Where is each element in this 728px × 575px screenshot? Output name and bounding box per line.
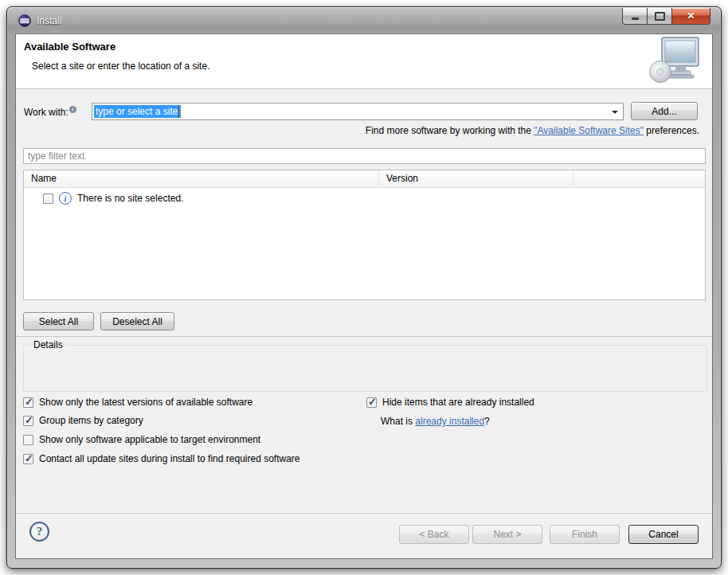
screenshot-root: Install ✕ Available Software Select a si… <box>0 0 728 575</box>
wizard-banner: Available Software Select a site or ente… <box>16 34 712 89</box>
minimize-icon <box>632 18 639 20</box>
install-software-icon <box>648 36 703 85</box>
option-group-by-category[interactable]: Group items by category <box>23 415 143 426</box>
page-title: Available Software <box>24 41 115 53</box>
back-button: < Back <box>399 525 469 544</box>
details-legend: Details <box>30 339 66 350</box>
option-contact-update-sites[interactable]: Contact all update sites during install … <box>23 453 300 464</box>
what-is-installed-text: What is already installed? <box>381 416 490 427</box>
table-row[interactable]: i There is no site selected. <box>24 188 705 205</box>
close-button[interactable]: ✕ <box>671 8 710 25</box>
available-software-sites-link[interactable]: "Available Software Sites" <box>534 125 644 136</box>
close-icon: ✕ <box>687 10 695 22</box>
dialog-body: Available Software Select a site or ente… <box>15 33 713 559</box>
install-dialog-window: Install ✕ Available Software Select a si… <box>6 6 722 569</box>
eclipse-logo-icon <box>18 14 31 27</box>
option-target-environment[interactable]: Show only software applicable to target … <box>23 434 260 445</box>
find-more-text: Find more software by working with the "… <box>366 125 699 136</box>
minimize-button[interactable] <box>622 8 648 25</box>
column-header-name[interactable]: Name <box>24 170 379 187</box>
details-group: Details <box>23 345 707 392</box>
finish-button: Finish <box>550 525 620 544</box>
add-button[interactable]: Add... <box>631 102 698 120</box>
column-header-filler <box>573 170 705 187</box>
checkbox[interactable] <box>366 397 377 408</box>
work-with-label: Work with:i <box>24 107 76 118</box>
combo-selected-text: type or select a site <box>94 105 181 118</box>
titlebar[interactable]: Install ✕ <box>7 7 721 33</box>
section-divider <box>16 336 712 337</box>
filter-input[interactable] <box>23 148 706 164</box>
column-header-version[interactable]: Version <box>379 170 573 187</box>
select-all-button[interactable]: Select All <box>23 312 94 331</box>
deselect-all-button[interactable]: Deselect All <box>100 312 174 331</box>
page-subtitle: Select a site or enter the location of a… <box>32 61 209 72</box>
checkbox[interactable] <box>23 435 33 445</box>
info-badge-icon: i <box>69 106 76 113</box>
already-installed-link[interactable]: already installed <box>415 416 484 427</box>
maximize-button[interactable] <box>647 8 672 25</box>
option-latest-versions[interactable]: Show only the latest versions of availab… <box>23 397 252 408</box>
info-icon: i <box>59 192 72 205</box>
maximize-icon <box>655 12 665 21</box>
next-button: Next > <box>472 525 542 544</box>
row-checkbox[interactable] <box>43 194 53 204</box>
table-header: Name Version <box>24 170 705 188</box>
software-table[interactable]: Name Version i There is no site selected… <box>23 170 706 300</box>
chevron-down-icon[interactable] <box>612 111 618 114</box>
caption-buttons: ✕ <box>623 8 710 25</box>
help-button[interactable]: ? <box>29 522 49 542</box>
row-text: There is no site selected. <box>77 193 183 204</box>
checkbox[interactable] <box>23 397 33 408</box>
checkbox[interactable] <box>23 416 33 426</box>
work-with-combo[interactable]: type or select a site <box>92 103 624 120</box>
checkbox[interactable] <box>23 454 33 464</box>
footer-divider <box>16 513 712 514</box>
cancel-button[interactable]: Cancel <box>628 525 699 544</box>
window-title: Install <box>37 15 61 26</box>
option-hide-installed[interactable]: Hide items that are already installed <box>366 397 534 408</box>
